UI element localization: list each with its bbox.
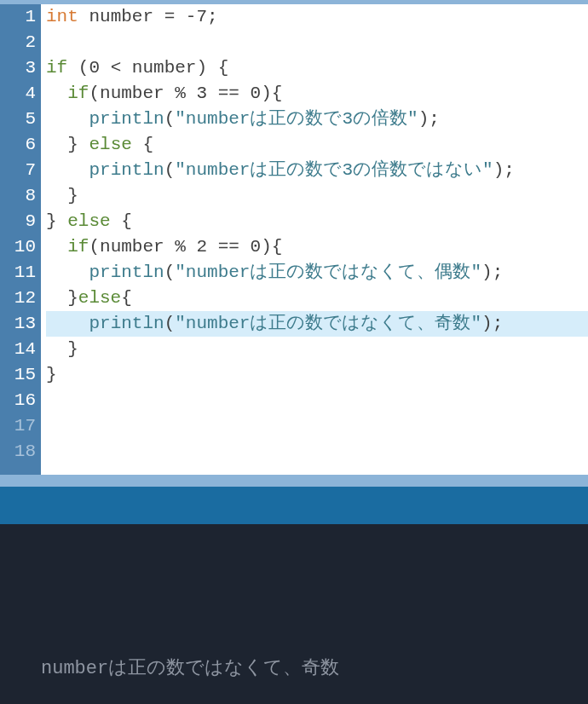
- code-area[interactable]: int number = -7;if (0 < number) { if(num…: [41, 4, 588, 475]
- code-token: (: [164, 160, 176, 180]
- code-token: [46, 109, 89, 129]
- code-token: ){: [261, 237, 282, 257]
- code-token: if: [67, 84, 89, 103]
- code-line[interactable]: }: [46, 337, 588, 362]
- line-number: 5: [0, 107, 36, 132]
- code-token: [46, 314, 89, 333]
- line-number: 3: [0, 55, 36, 81]
- code-line[interactable]: }else{: [46, 286, 588, 311]
- code-token: number: [89, 7, 153, 26]
- line-number: 10: [0, 234, 36, 260]
- code-token: [46, 263, 89, 282]
- code-line[interactable]: println("numberは正の数ではなくて、奇数");: [46, 311, 588, 337]
- code-token: number: [132, 58, 197, 78]
- code-token: }: [46, 339, 78, 359]
- line-number: 4: [0, 81, 36, 107]
- code-line[interactable]: }: [46, 362, 588, 388]
- code-token: }: [46, 135, 89, 154]
- code-line[interactable]: } else {: [46, 209, 588, 234]
- code-token: println: [89, 109, 164, 129]
- code-token: else: [67, 211, 110, 231]
- line-number: 16: [0, 388, 36, 413]
- code-token: (: [89, 84, 100, 103]
- code-token: "numberは正の数ではなくて、偶数": [175, 263, 481, 282]
- code-token: else: [89, 135, 131, 154]
- code-token: "numberは正の数ではなくて、奇数": [175, 314, 481, 333]
- code-token: <: [100, 58, 132, 78]
- code-line[interactable]: println("numberは正の数で3の倍数ではない");: [46, 158, 588, 183]
- code-editor[interactable]: 123456789101112131415161718 int number =…: [0, 0, 588, 475]
- code-token: number: [100, 84, 164, 103]
- line-number: 7: [0, 158, 36, 183]
- code-token: (: [89, 237, 100, 257]
- code-line[interactable]: if(number % 2 == 0){: [46, 234, 588, 260]
- code-token: (: [164, 314, 176, 333]
- code-token: 0: [89, 58, 100, 78]
- panel-divider[interactable]: [0, 475, 588, 524]
- line-number: 13: [0, 311, 36, 337]
- code-token: if: [46, 58, 67, 78]
- code-token: [46, 84, 67, 103]
- line-number-gutter: 123456789101112131415161718: [0, 4, 41, 475]
- code-token: if: [67, 237, 89, 257]
- code-line[interactable]: [46, 439, 588, 465]
- code-token: [46, 237, 67, 257]
- code-token: );: [481, 263, 503, 282]
- line-number: 17: [0, 413, 36, 439]
- code-line[interactable]: }: [46, 183, 588, 209]
- code-token: = -: [153, 7, 196, 26]
- code-token: %: [164, 84, 197, 103]
- code-line[interactable]: } else {: [46, 132, 588, 158]
- code-token: ){: [261, 84, 282, 103]
- code-line[interactable]: if(number % 3 == 0){: [46, 81, 588, 107]
- code-token: ;: [207, 7, 218, 26]
- code-token: println: [89, 314, 164, 333]
- line-number: 6: [0, 132, 36, 158]
- code-token: "numberは正の数で3の倍数": [175, 109, 418, 129]
- line-number: 8: [0, 183, 36, 209]
- code-token: "numberは正の数で3の倍数ではない": [175, 160, 493, 180]
- code-line[interactable]: [46, 413, 588, 439]
- code-token: );: [418, 109, 440, 129]
- code-token: }: [46, 288, 78, 308]
- console-panel: numberは正の数ではなくて、奇数: [0, 524, 588, 704]
- code-token: }: [46, 365, 57, 384]
- code-token: {: [121, 288, 132, 308]
- code-token: else: [78, 288, 121, 308]
- code-token: (: [164, 263, 176, 282]
- code-token: 0: [251, 84, 262, 103]
- code-token: ) {: [196, 58, 228, 78]
- line-number: 2: [0, 30, 36, 55]
- code-line[interactable]: [46, 30, 588, 55]
- code-token: }: [46, 186, 78, 205]
- code-token: 7: [196, 7, 207, 26]
- code-token: );: [493, 160, 515, 180]
- code-line[interactable]: println("numberは正の数で3の倍数");: [46, 107, 588, 132]
- code-line[interactable]: [46, 388, 588, 413]
- code-token: [46, 160, 89, 180]
- console-output: numberは正の数ではなくて、奇数: [41, 655, 339, 680]
- code-token: {: [132, 135, 153, 154]
- code-line[interactable]: println("numberは正の数ではなくて、偶数");: [46, 260, 588, 286]
- line-number: 11: [0, 260, 36, 286]
- line-number: 15: [0, 362, 36, 388]
- code-token: );: [481, 314, 503, 333]
- code-token: }: [46, 211, 67, 231]
- line-number: 14: [0, 337, 36, 362]
- code-token: {: [111, 211, 132, 231]
- code-token: 2: [196, 237, 207, 257]
- line-number: 1: [0, 4, 36, 30]
- code-line[interactable]: int number = -7;: [46, 4, 588, 30]
- code-token: (: [67, 58, 89, 78]
- code-token: 0: [251, 237, 262, 257]
- code-token: int: [46, 7, 78, 26]
- code-token: %: [164, 237, 197, 257]
- code-token: println: [89, 160, 164, 180]
- code-token: (: [164, 109, 176, 129]
- code-token: println: [89, 263, 164, 282]
- line-number: 18: [0, 439, 36, 465]
- line-number: 9: [0, 209, 36, 234]
- code-token: 3: [196, 84, 207, 103]
- code-line[interactable]: if (0 < number) {: [46, 55, 588, 81]
- code-token: ==: [207, 237, 250, 257]
